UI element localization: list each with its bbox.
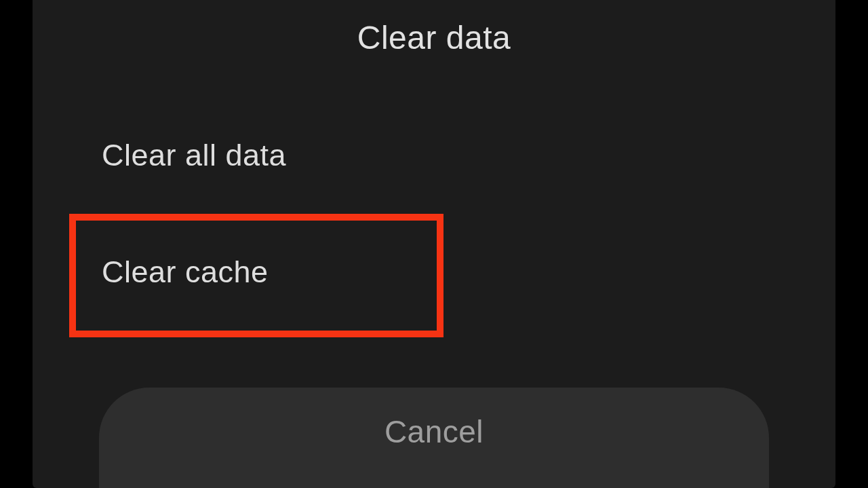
- option-list: Clear all data Clear cache: [33, 56, 835, 337]
- option-label: Clear cache: [102, 255, 269, 289]
- cancel-button[interactable]: Cancel: [99, 388, 769, 488]
- dialog-title: Clear data: [33, 0, 835, 56]
- cancel-button-label: Cancel: [384, 413, 484, 450]
- option-label: Clear all data: [102, 138, 286, 172]
- option-clear-cache[interactable]: Clear cache: [69, 214, 443, 337]
- clear-data-dialog: Clear data Clear all data Clear cache Ca…: [33, 0, 835, 488]
- option-clear-all-data[interactable]: Clear all data: [33, 138, 835, 200]
